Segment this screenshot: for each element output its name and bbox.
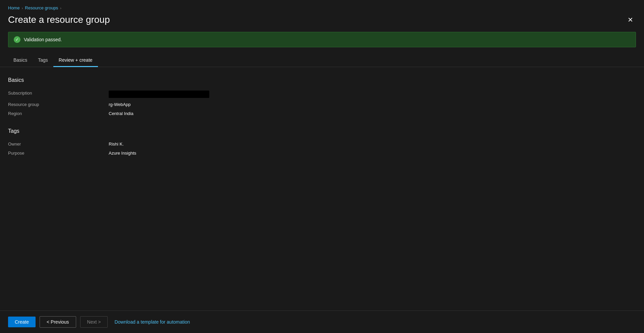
next-button: Next > [80,316,108,328]
tabs-container: Basics Tags Review + create [0,54,644,67]
region-label: Region [8,111,109,116]
previous-button[interactable]: < Previous [40,316,76,328]
tags-section-title: Tags [8,128,636,134]
breadcrumb: Home › Resource groups › [0,0,644,13]
purpose-label: Purpose [8,151,109,156]
tab-tags[interactable]: Tags [33,54,53,67]
owner-label: Owner [8,142,109,147]
page-container: Home › Resource groups › Create a resour… [0,0,644,333]
purpose-row: Purpose Azure Insights [8,149,636,158]
page-title: Create a resource group [8,14,110,25]
close-button[interactable]: ✕ [625,14,636,25]
validation-passed-icon: ✓ [14,36,20,43]
page-header: Create a resource group ✕ [0,13,644,32]
resource-group-value: rg-WebApp [109,102,131,107]
basics-section-title: Basics [8,77,636,83]
create-button[interactable]: Create [8,317,36,327]
owner-row: Owner Rishi K. [8,140,636,149]
download-template-link[interactable]: Download a template for automation [114,319,190,325]
region-row: Region Central India [8,109,636,118]
breadcrumb-chevron-2: › [60,6,61,10]
breadcrumb-chevron-1: › [22,6,23,10]
tab-basics[interactable]: Basics [8,54,33,67]
region-value: Central India [109,111,133,116]
resource-group-row: Resource group rg-WebApp [8,100,636,109]
basics-section: Basics Subscription Resource group rg-We… [8,77,636,118]
subscription-row: Subscription [8,89,636,100]
footer: Create < Previous Next > Download a temp… [0,311,644,333]
tab-review-create[interactable]: Review + create [53,54,98,67]
purpose-value: Azure Insights [109,151,136,156]
subscription-label: Subscription [8,91,109,96]
subscription-value [109,91,209,98]
tags-info-table: Owner Rishi K. Purpose Azure Insights [8,140,636,158]
tags-section: Tags Owner Rishi K. Purpose Azure Insigh… [8,128,636,158]
resource-group-label: Resource group [8,102,109,107]
breadcrumb-home[interactable]: Home [8,5,20,10]
validation-banner: ✓ Validation passed. [8,32,636,47]
owner-value: Rishi K. [109,142,124,147]
subscription-redacted [109,91,209,98]
content-area: Basics Subscription Resource group rg-We… [0,67,644,311]
breadcrumb-resource-groups[interactable]: Resource groups [25,5,58,10]
basics-info-table: Subscription Resource group rg-WebApp Re… [8,89,636,118]
validation-message: Validation passed. [24,37,62,42]
